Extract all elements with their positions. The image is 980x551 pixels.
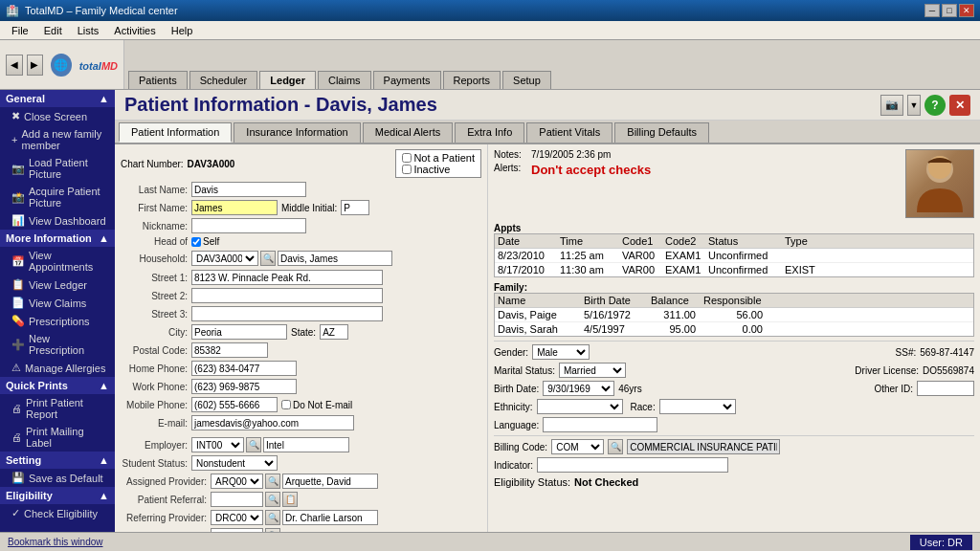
- middle-initial-input[interactable]: [341, 200, 369, 215]
- email-input[interactable]: [191, 415, 354, 430]
- nav-tab-setup[interactable]: Setup: [502, 71, 551, 89]
- tab-patient-info[interactable]: Patient Information: [119, 122, 232, 143]
- nickname-input[interactable]: [191, 218, 306, 233]
- tab-extra-info[interactable]: Extra Info: [455, 122, 524, 143]
- nav-tab-patients[interactable]: Patients: [128, 71, 188, 89]
- do-not-email-label[interactable]: Do Not E-mail: [281, 400, 352, 410]
- forward-button[interactable]: ▶: [27, 55, 44, 76]
- sidebar-item-print-report[interactable]: 🖨 Print Patient Report: [0, 394, 115, 423]
- home-button[interactable]: 🌐: [51, 54, 71, 77]
- mobile-phone-input[interactable]: [191, 397, 278, 412]
- referring-provider-lookup[interactable]: 🔍: [265, 510, 280, 525]
- sidebar-item-save-default[interactable]: 💾 Save as Default: [0, 469, 115, 487]
- not-patient-checkbox[interactable]: [402, 153, 412, 163]
- not-patient-checkbox-label[interactable]: Not a Patient: [402, 152, 475, 164]
- state-input[interactable]: [320, 324, 348, 340]
- menu-file[interactable]: File: [4, 23, 36, 38]
- patient-referral-btn2[interactable]: 📋: [282, 492, 298, 507]
- nav-tab-reports[interactable]: Reports: [443, 71, 501, 89]
- student-status-select[interactable]: Nonstudent: [191, 455, 278, 471]
- ethnicity-select[interactable]: [537, 399, 623, 414]
- work-phone-input[interactable]: [191, 379, 297, 394]
- nav-tab-claims[interactable]: Claims: [318, 71, 371, 89]
- first-name-input[interactable]: [191, 200, 278, 215]
- street3-input[interactable]: [191, 306, 383, 321]
- appointment-row-1[interactable]: 8/23/2010 11:25 am VAR00 EXAM1 Unconfirm…: [495, 249, 973, 263]
- billing-code-desc[interactable]: [627, 439, 780, 454]
- sidebar-item-add-family[interactable]: + Add a new family member: [0, 125, 115, 154]
- tab-medical-alerts[interactable]: Medical Alerts: [363, 122, 453, 143]
- gender-select[interactable]: MaleFemale: [532, 344, 590, 360]
- birth-date-select[interactable]: 9/30/1969: [543, 381, 614, 396]
- household-select[interactable]: DAV3A000: [191, 251, 258, 266]
- tab-patient-vitals[interactable]: Patient Vitals: [526, 122, 612, 143]
- sidebar-item-ledger[interactable]: 📋 View Ledger: [0, 276, 115, 294]
- family-row-1[interactable]: Davis, Paige 5/16/1972 311.00 56.00: [495, 308, 973, 322]
- self-checkbox[interactable]: [191, 237, 201, 247]
- household-lookup-button[interactable]: 🔍: [260, 251, 276, 266]
- tab-billing-defaults[interactable]: Billing Defaults: [614, 122, 709, 143]
- minimize-button[interactable]: ─: [924, 4, 940, 17]
- nav-tab-ledger[interactable]: Ledger: [259, 71, 316, 89]
- city-input[interactable]: [191, 324, 287, 340]
- menu-activities[interactable]: Activities: [106, 23, 163, 38]
- sidebar-section-general[interactable]: General▲: [0, 90, 115, 107]
- close-x-button[interactable]: ✕: [949, 95, 970, 116]
- indicator-input[interactable]: [537, 457, 728, 473]
- sidebar-item-load-picture[interactable]: 📷 Load Patient Picture: [0, 154, 115, 183]
- dropdown-button[interactable]: ▼: [907, 95, 921, 116]
- patient-referral-input[interactable]: [211, 492, 263, 507]
- street2-input[interactable]: [191, 288, 383, 303]
- family-row-2[interactable]: Davis, Sarah 4/5/1997 95.00 0.00: [495, 322, 973, 336]
- postal-code-input[interactable]: [191, 342, 268, 358]
- household-name-input[interactable]: [278, 251, 392, 266]
- nav-tab-payments[interactable]: Payments: [373, 71, 441, 89]
- assigned-provider-select[interactable]: ARQ00: [211, 474, 263, 489]
- inactive-checkbox[interactable]: [402, 165, 412, 174]
- appointment-row-2[interactable]: 8/17/2010 11:30 am VAR00 EXAM1 Unconfirm…: [495, 263, 973, 276]
- referring-provider-select[interactable]: DRC00: [211, 510, 263, 525]
- tab-insurance-info[interactable]: Insurance Information: [234, 122, 360, 143]
- sidebar-section-quick-prints[interactable]: Quick Prints▲: [0, 377, 115, 394]
- language-input[interactable]: [543, 417, 657, 432]
- bookmark-footer[interactable]: Bookmark this window: [8, 537, 102, 547]
- sidebar-section-more-info[interactable]: More Information▲: [0, 230, 115, 247]
- inactive-checkbox-label[interactable]: Inactive: [402, 164, 450, 175]
- employer-name-input[interactable]: [263, 437, 349, 452]
- employer-lookup-button[interactable]: 🔍: [246, 437, 261, 452]
- help-button[interactable]: ?: [924, 95, 946, 116]
- self-checkbox-label[interactable]: Self: [191, 236, 219, 247]
- menu-lists[interactable]: Lists: [70, 23, 107, 38]
- menu-help[interactable]: Help: [164, 23, 201, 38]
- restore-button[interactable]: □: [942, 4, 957, 17]
- sidebar-section-eligibility[interactable]: Eligibility▲: [0, 487, 115, 504]
- sidebar-item-print-label[interactable]: 🖨 Print Mailing Label: [0, 423, 115, 452]
- menu-edit[interactable]: Edit: [36, 23, 70, 38]
- employer-select[interactable]: INT00: [191, 437, 244, 452]
- other-id-input[interactable]: [917, 381, 974, 396]
- sidebar-item-acquire-picture[interactable]: 📸 Acquire Patient Picture: [0, 183, 115, 211]
- assigned-provider-name[interactable]: [282, 474, 378, 489]
- sidebar-item-dashboard[interactable]: 📊 View Dashboard: [0, 211, 115, 230]
- sidebar-item-prescriptions[interactable]: 💊 Prescriptions: [0, 312, 115, 330]
- do-not-email-checkbox[interactable]: [281, 400, 291, 409]
- marital-status-select[interactable]: Married: [559, 363, 626, 378]
- sidebar-item-check-eligibility[interactable]: ✓ Check Eligibility: [0, 504, 115, 522]
- billing-code-select[interactable]: COM: [551, 439, 604, 454]
- sidebar-item-claims[interactable]: 📄 View Claims: [0, 294, 115, 312]
- sidebar-item-new-prescription[interactable]: ➕ New Prescription: [0, 330, 115, 359]
- street1-input[interactable]: [191, 270, 383, 285]
- race-select[interactable]: [659, 399, 736, 414]
- patient-referral-lookup[interactable]: 🔍: [265, 492, 280, 507]
- back-button[interactable]: ◀: [6, 55, 23, 76]
- sidebar-item-appointments[interactable]: 📅 View Appointments: [0, 247, 115, 276]
- assigned-provider-lookup[interactable]: 🔍: [265, 474, 280, 489]
- billing-code-lookup[interactable]: 🔍: [608, 439, 623, 454]
- nav-tab-scheduler[interactable]: Scheduler: [189, 71, 258, 89]
- home-phone-input[interactable]: [191, 361, 297, 376]
- referring-provider-name[interactable]: [282, 510, 378, 525]
- sidebar-section-setting[interactable]: Setting▲: [0, 452, 115, 469]
- camera-button[interactable]: 📷: [880, 95, 903, 116]
- close-button[interactable]: ✕: [959, 4, 974, 17]
- last-name-input[interactable]: [191, 182, 306, 197]
